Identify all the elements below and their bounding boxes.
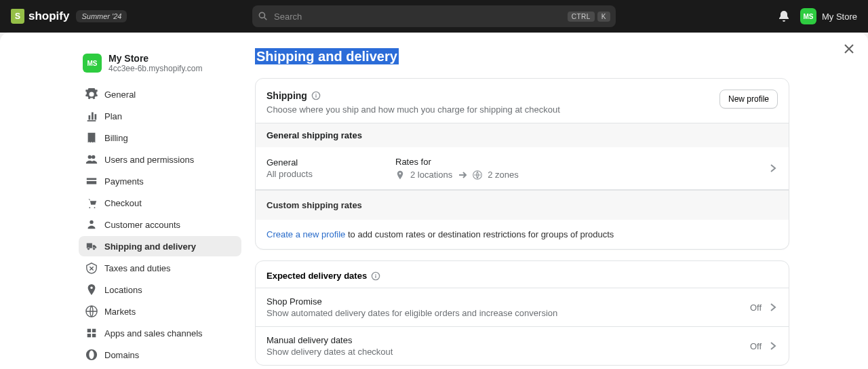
delivery-row-title: Shop Promise [267, 296, 557, 307]
sidebar-item-customer-events[interactable]: Customer events [79, 366, 241, 369]
sidebar-store-name: My Store [108, 53, 203, 64]
kbd-ctrl: CTRL [568, 12, 595, 22]
general-sub: All products [267, 169, 395, 179]
sidebar-item-checkout[interactable]: Checkout [79, 193, 241, 213]
settings-modal: MS My Store 4cc3ee-6b.myshopify.com Gene… [0, 33, 868, 369]
cart-icon [85, 197, 98, 209]
shopify-logo[interactable]: S shopify [11, 9, 69, 24]
general-rates-title: General shipping rates [256, 123, 789, 147]
general-label: General [267, 157, 395, 168]
zones-text: 2 zones [488, 170, 519, 180]
custom-rates-title: Custom shipping rates [256, 190, 789, 220]
search-input[interactable]: Search CTRL K [252, 5, 616, 27]
sidebar-item-users-and-permissions[interactable]: Users and permissions [79, 149, 241, 170]
globe-icon [473, 170, 482, 180]
info-icon[interactable] [311, 91, 321, 100]
sidebar-item-taxes-and-duties[interactable]: Taxes and duties [79, 258, 241, 278]
domain-icon [85, 349, 98, 361]
sidebar-item-domains[interactable]: Domains [79, 345, 241, 365]
sidebar-item-payments[interactable]: Payments [79, 171, 241, 191]
info-icon[interactable] [371, 271, 380, 281]
create-profile-link[interactable]: Create a new profile [267, 229, 345, 239]
delivery-row-state: Off [750, 341, 762, 351]
sidebar-item-label: Users and permissions [104, 155, 194, 165]
gear-icon [85, 88, 98, 100]
close-icon [844, 44, 854, 54]
custom-rates-section: Custom shipping rates Create a new profi… [256, 189, 789, 249]
sidebar-item-label: Apps and sales channels [104, 328, 203, 338]
sidebar-item-label: Billing [104, 133, 128, 143]
sidebar-item-label: Plan [104, 111, 122, 121]
store-name: My Store [822, 12, 857, 22]
notifications-icon[interactable] [777, 9, 791, 23]
users-icon [85, 153, 98, 166]
settings-nav: GeneralPlanBillingUsers and permissionsP… [79, 84, 241, 369]
chart-icon [85, 110, 98, 122]
delivery-row-sub: Show delivery dates at checkout [267, 347, 393, 357]
sidebar-item-label: Customer accounts [104, 220, 180, 230]
location-pin-icon [395, 170, 405, 180]
close-button[interactable] [840, 39, 859, 58]
sidebar-store-header[interactable]: MS My Store 4cc3ee-6b.myshopify.com [79, 49, 241, 84]
sidebar-item-general[interactable]: General [79, 84, 241, 104]
shipping-heading-text: Shipping [267, 90, 307, 101]
store-menu[interactable]: MS My Store [800, 8, 857, 24]
sidebar-item-label: Payments [104, 176, 144, 187]
globe-icon [85, 305, 98, 317]
custom-rates-body: Create a new profile to add custom rates… [256, 220, 789, 249]
sidebar-item-label: Checkout [104, 198, 142, 208]
receipt-icon [85, 132, 98, 144]
sidebar-item-label: Locations [104, 285, 142, 295]
sidebar-item-locations[interactable]: Locations [79, 279, 241, 300]
sidebar-avatar: MS [83, 54, 102, 73]
search-wrap: Search CTRL K [252, 5, 616, 27]
sidebar-item-apps-and-sales-channels[interactable]: Apps and sales channels [79, 323, 241, 343]
shipping-description: Choose where you ship and how much you c… [267, 104, 560, 115]
shipping-card-header: Shipping Choose where you ship and how m… [256, 79, 789, 123]
delivery-dates-card: Expected delivery dates Shop Promise Sho… [255, 260, 789, 366]
shipping-heading: Shipping [267, 90, 321, 101]
kbd-group: CTRL K [568, 12, 610, 22]
settings-content: Shipping and delivery Shipping Choose wh… [255, 49, 789, 369]
sidebar-item-label: Markets [104, 307, 136, 317]
general-rates-section: General shipping rates General All produ… [256, 123, 789, 189]
shopify-bag-icon: S [11, 9, 24, 24]
delivery-row-state: Off [750, 303, 762, 313]
sidebar-item-label: Taxes and duties [104, 263, 171, 273]
sidebar-item-plan[interactable]: Plan [79, 106, 241, 126]
sidebar-item-label: Shipping and delivery [104, 241, 196, 252]
new-profile-button[interactable]: New profile [719, 90, 778, 109]
shipping-card: Shipping Choose where you ship and how m… [255, 78, 789, 250]
rates-for-label: Rates for [395, 157, 519, 167]
delivery-dates-heading: Expected delivery dates [256, 261, 789, 288]
general-rates-row[interactable]: General All products Rates for 2 locatio… [256, 147, 789, 189]
sidebar-item-label: General [104, 90, 136, 100]
truck-icon [85, 240, 98, 252]
tax-icon [85, 262, 98, 274]
brand-text: shopify [28, 9, 69, 23]
delivery-row-sub: Show automated delivery dates for eligib… [267, 308, 557, 318]
sidebar-item-label: Domains [104, 350, 139, 360]
sidebar-store-domain: 4cc3ee-6b.myshopify.com [108, 64, 203, 73]
card-icon [85, 175, 98, 187]
grid-icon [85, 327, 98, 339]
settings-sidebar: MS My Store 4cc3ee-6b.myshopify.com Gene… [79, 49, 241, 369]
kbd-k: K [597, 12, 610, 22]
locations-text: 2 locations [410, 170, 452, 180]
search-icon [258, 11, 269, 22]
topbar: S shopify Summer '24 Search CTRL K MS My… [0, 0, 868, 33]
avatar: MS [800, 8, 816, 24]
delivery-row-manual-delivery-dates[interactable]: Manual delivery dates Show delivery date… [256, 326, 789, 365]
chevron-right-icon [768, 303, 778, 312]
topbar-right: MS My Store [777, 8, 857, 24]
delivery-row-shop-promise[interactable]: Shop Promise Show automated delivery dat… [256, 288, 789, 326]
rates-info: 2 locations 2 zones [395, 170, 519, 180]
chevron-right-icon [768, 341, 778, 351]
search-placeholder: Search [274, 12, 562, 22]
pin-icon [85, 284, 98, 296]
settings-body: MS My Store 4cc3ee-6b.myshopify.com Gene… [79, 33, 789, 369]
sidebar-item-shipping-and-delivery[interactable]: Shipping and delivery [79, 236, 241, 256]
sidebar-item-billing[interactable]: Billing [79, 128, 241, 148]
sidebar-item-customer-accounts[interactable]: Customer accounts [79, 214, 241, 235]
sidebar-item-markets[interactable]: Markets [79, 301, 241, 322]
